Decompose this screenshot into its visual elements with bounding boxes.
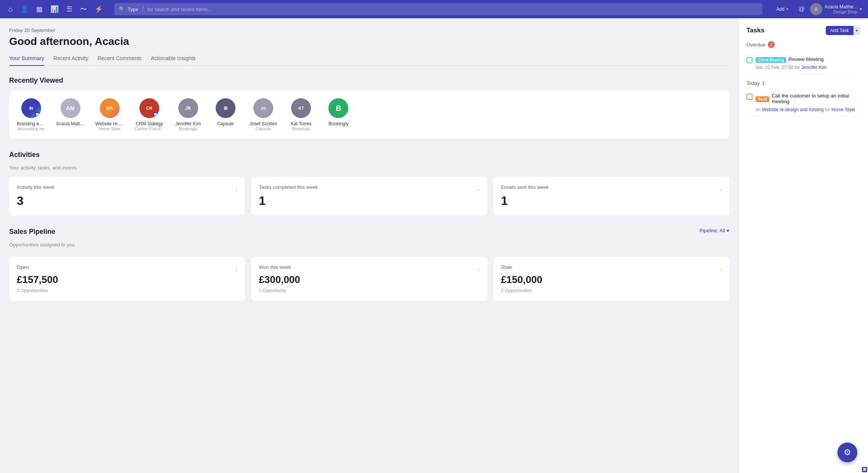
- user-name: Acacia Matthe...: [825, 4, 857, 10]
- fab-icon: ⚙: [844, 447, 851, 457]
- add-button[interactable]: Add +: [772, 5, 793, 14]
- task-meta: on Website re-design and hosting for Hom…: [756, 107, 860, 112]
- pipeline-cards: Open £157,500 3 Opportunities › Won this…: [9, 257, 729, 301]
- activity-value: 3: [17, 194, 54, 208]
- chevron-right-icon: ›: [477, 266, 480, 274]
- overdue-badge: 1: [768, 41, 775, 48]
- analytics-icon[interactable]: 〜: [78, 2, 89, 16]
- list-item[interactable]: B Bookingly: [325, 98, 352, 131]
- chevron-right-icon: ›: [235, 266, 237, 274]
- user-menu[interactable]: A Acacia Matthe... Design Shop ▾: [810, 3, 862, 15]
- search-icon: 🔍: [119, 6, 125, 12]
- tasks-value: 1: [259, 194, 318, 208]
- list-item[interactable]: JS Josef Szotten Capsule: [250, 98, 277, 131]
- won-sub: 1 Opportunity: [259, 288, 300, 293]
- pipeline-stale-card[interactable]: Stale £150,000 2 Opportunities ›: [493, 257, 729, 301]
- search-bar[interactable]: 🔍 Type /: [114, 3, 762, 15]
- avatar: AM: [61, 98, 80, 118]
- activity-this-week-content: Activity this week 3: [17, 184, 54, 208]
- list-item[interactable]: WS 📊 Website re-des... Home Style: [95, 98, 124, 131]
- stale-label: Stale: [501, 264, 542, 270]
- recently-viewed-title: Recently Viewed: [9, 77, 729, 85]
- notifications-icon[interactable]: @: [796, 3, 807, 15]
- pipeline-stale-content: Stale £150,000 2 Opportunities: [501, 264, 542, 293]
- activity-cards: Activity this week 3 › Tasks completed t…: [9, 177, 729, 216]
- list-item[interactable]: IN 📊 Branding and i... Accounting Inc: [17, 98, 45, 131]
- task-item: Send Call the customer to setup an initi…: [746, 89, 860, 117]
- fab-button[interactable]: ⚙: [838, 443, 857, 462]
- tab-recent-activity[interactable]: Recent Activity: [53, 55, 88, 66]
- list-item[interactable]: CR 📊 CRM Stategy Carlton Functi...: [135, 98, 164, 131]
- task-type-badge: Send: [756, 96, 769, 102]
- tab-recent-comments[interactable]: Recent Comments: [98, 55, 142, 66]
- tab-your-summary[interactable]: Your Summary: [9, 55, 44, 66]
- pipeline-open-content: Open £157,500 3 Opportunities: [17, 264, 58, 293]
- chevron-right-icon: ›: [477, 186, 480, 194]
- tasks-completed-content: Tasks completed this week 1: [259, 184, 318, 208]
- date-label: Friday 20 September: [9, 27, 729, 33]
- lightning-icon[interactable]: ⚡: [92, 3, 105, 16]
- recently-viewed-card: IN 📊 Branding and i... Accounting Inc AM…: [9, 91, 729, 139]
- user-info: Acacia Matthe... Design Shop: [825, 4, 857, 14]
- emails-label: Emails sent this week: [501, 184, 549, 190]
- open-label: Open: [17, 264, 58, 270]
- tasks-completed-card[interactable]: Tasks completed this week 1 ›: [251, 177, 487, 216]
- activity-this-week-card[interactable]: Activity this week 3 ›: [9, 177, 245, 216]
- list-item[interactable]: JK Jennifer Kim Bookingly: [175, 98, 202, 131]
- activity-label: Activity this week: [17, 184, 54, 190]
- task-person-link[interactable]: Home Style: [831, 107, 855, 112]
- emails-sent-content: Emails sent this week 1: [501, 184, 549, 208]
- page-header: Friday 20 September Good afternoon, Acac…: [9, 27, 729, 48]
- add-task-button[interactable]: Add Task: [826, 26, 854, 35]
- pipeline-won-content: Won this week £300,000 1 Opportunity: [259, 264, 300, 293]
- pipeline-header-left: Sales Pipeline Opportunities assigned to…: [9, 228, 75, 254]
- pipeline-filter[interactable]: Pipeline: All ▾: [700, 228, 729, 233]
- sidebar-title: Tasks: [746, 27, 764, 34]
- stale-value: £150,000: [501, 274, 542, 286]
- search-input[interactable]: [148, 6, 758, 12]
- activities-title: Activities: [9, 151, 729, 159]
- list-item[interactable]: AM Acacia Matthew..: [56, 98, 85, 131]
- avatar: CR 📊: [139, 98, 159, 118]
- task-content: Send Call the customer to setup an initi…: [756, 93, 860, 112]
- emails-sent-card[interactable]: Emails sent this week 1 ›: [493, 177, 729, 216]
- task-content: Client Meeting Review Meeting Sat, 10 Fe…: [756, 56, 860, 70]
- list-item[interactable]: KT Kat Torres Bookingly: [288, 98, 314, 131]
- calendar-icon[interactable]: ▦: [34, 3, 45, 16]
- list-item[interactable]: ⊞ Capsule: [212, 98, 239, 131]
- open-value: £157,500: [17, 274, 58, 286]
- add-task-dropdown-button[interactable]: ▾: [854, 26, 860, 35]
- home-icon[interactable]: ⌂: [6, 3, 15, 16]
- today-section-label: Today 1: [746, 80, 860, 86]
- add-task-group: Add Task ▾: [826, 26, 860, 35]
- tab-actionable-insights[interactable]: Actionable Insights: [151, 55, 196, 66]
- main-layout: Friday 20 September Good afternoon, Acac…: [0, 18, 868, 473]
- avatar: JK: [178, 98, 198, 118]
- list-icon[interactable]: ☰: [64, 3, 75, 16]
- avatar: KT: [291, 98, 311, 118]
- tasks-sidebar: Tasks Add Task ▾ Overdue 1 Client Meetin…: [738, 18, 868, 473]
- sidebar-header: Tasks Add Task ▾: [746, 26, 860, 35]
- avatar: WS 📊: [100, 98, 120, 118]
- task-checkbox[interactable]: [746, 94, 753, 100]
- avatar: JS: [253, 98, 273, 118]
- activities-subtitle: Your activity, tasks, and events: [9, 165, 729, 171]
- user-dropdown-chevron[interactable]: ▾: [860, 6, 862, 12]
- pipeline-title: Sales Pipeline: [9, 228, 75, 236]
- task-link[interactable]: Website re-design and hosting: [762, 107, 824, 112]
- pipeline-won-card[interactable]: Won this week £300,000 1 Opportunity ›: [251, 257, 487, 301]
- pipeline-open-card[interactable]: Open £157,500 3 Opportunities ›: [9, 257, 245, 301]
- won-value: £300,000: [259, 274, 300, 286]
- pipeline-header: Sales Pipeline Opportunities assigned to…: [9, 228, 729, 254]
- tab-bar: Your Summary Recent Activity Recent Comm…: [9, 55, 729, 66]
- chevron-right-icon: ›: [235, 186, 237, 194]
- overdue-section-label: Overdue 1: [746, 41, 860, 48]
- task-meta: Sat, 10 Feb, 07:00 for Jennifer Kim: [756, 65, 860, 70]
- reports-icon[interactable]: 📊: [48, 3, 61, 16]
- tasks-label: Tasks completed this week: [259, 184, 318, 190]
- task-checkbox[interactable]: [746, 57, 753, 63]
- contacts-icon[interactable]: 👤: [18, 3, 31, 16]
- task-type-badge: Client Meeting: [756, 57, 786, 63]
- task-person-link[interactable]: Jennifer Kim: [801, 65, 826, 70]
- add-button-group[interactable]: Add +: [772, 5, 793, 14]
